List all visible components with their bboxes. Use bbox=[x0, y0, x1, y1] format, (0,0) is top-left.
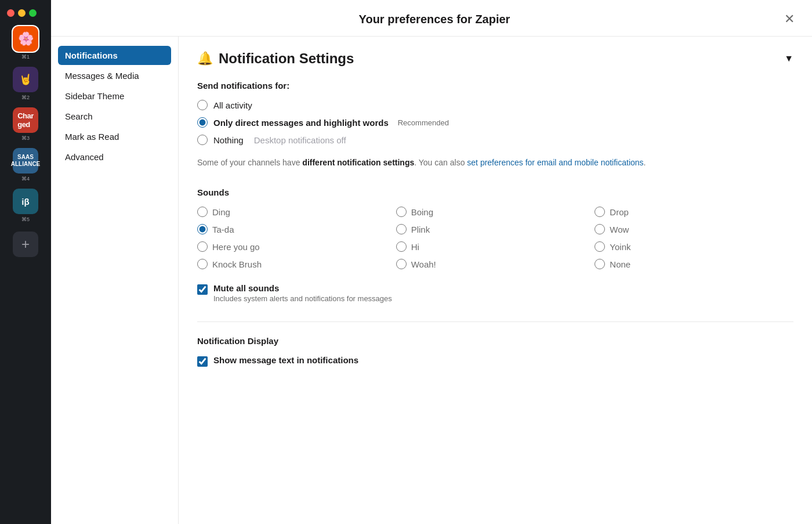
modal-header: Your preferences for Zapier ✕ bbox=[51, 0, 812, 37]
sound-tada-input[interactable] bbox=[197, 224, 208, 234]
modal-body: Notifications Messages & Media Sidebar T… bbox=[51, 37, 812, 524]
sounds-label: Sounds bbox=[197, 187, 793, 197]
mute-all-sounds-option[interactable]: Mute all sounds Includes system alerts a… bbox=[197, 283, 793, 303]
nav-item-mark-as-read[interactable]: Mark as Read bbox=[58, 127, 171, 146]
sound-ding[interactable]: Ding bbox=[197, 207, 396, 217]
sound-woah-label: Woah! bbox=[411, 259, 436, 269]
workspace-item-5: iβ ⌘5 bbox=[13, 189, 38, 227]
sound-drop-input[interactable] bbox=[594, 207, 605, 217]
sounds-grid: Ding Boing Drop Ta-da bbox=[197, 207, 793, 269]
sound-boing-input[interactable] bbox=[396, 207, 407, 217]
settings-content: 🔔 Notification Settings ▼ Send notificat… bbox=[179, 37, 812, 524]
info-text-end: . bbox=[644, 158, 646, 167]
workspace-icon-1[interactable]: 🌸 bbox=[13, 26, 38, 52]
traffic-lights bbox=[0, 5, 37, 24]
sound-drop-label: Drop bbox=[610, 207, 629, 217]
sound-plink-label: Plink bbox=[411, 225, 430, 234]
sound-wow-label: Wow bbox=[610, 225, 629, 234]
section-title: Notification Settings bbox=[219, 50, 778, 67]
notification-display-section: Notification Display Show message text i… bbox=[197, 336, 793, 367]
mute-all-sounds-sublabel: Includes system alerts and notifications… bbox=[213, 294, 392, 303]
sound-knock-brush[interactable]: Knock Brush bbox=[197, 259, 396, 269]
sound-none[interactable]: None bbox=[594, 259, 793, 269]
radio-all-activity[interactable]: All activity bbox=[197, 100, 793, 110]
workspace-icon-4[interactable]: SAASALLIANCE bbox=[13, 148, 38, 174]
nav-item-search[interactable]: Search bbox=[58, 107, 171, 126]
section-header: 🔔 Notification Settings ▼ bbox=[197, 50, 793, 67]
sound-here-you-go-label: Here you go bbox=[212, 242, 260, 252]
radio-direct-messages[interactable]: Only direct messages and highlight words… bbox=[197, 117, 793, 128]
sound-knock-brush-input[interactable] bbox=[197, 259, 208, 269]
add-workspace-button[interactable]: + bbox=[13, 232, 38, 257]
workspace-label-4: ⌘4 bbox=[21, 176, 30, 182]
sound-wow-input[interactable] bbox=[594, 224, 605, 234]
sound-plink[interactable]: Plink bbox=[396, 224, 595, 234]
sound-plink-input[interactable] bbox=[396, 224, 407, 234]
workspace-icon-5[interactable]: iβ bbox=[13, 189, 38, 214]
divider bbox=[197, 321, 793, 322]
show-message-text-checkbox[interactable] bbox=[197, 356, 208, 367]
nav-item-notifications[interactable]: Notifications bbox=[58, 46, 171, 65]
info-text: Some of your channels have different not… bbox=[197, 157, 793, 169]
sound-wow[interactable]: Wow bbox=[594, 224, 793, 234]
recommended-badge: Recommended bbox=[398, 118, 449, 127]
nav-item-advanced[interactable]: Advanced bbox=[58, 147, 171, 167]
traffic-light-green[interactable] bbox=[29, 9, 37, 17]
nav-item-messages-media[interactable]: Messages & Media bbox=[58, 66, 171, 85]
radio-direct-messages-input[interactable] bbox=[197, 117, 208, 128]
sound-woah[interactable]: Woah! bbox=[396, 259, 595, 269]
sound-knock-brush-label: Knock Brush bbox=[212, 259, 262, 269]
radio-all-activity-input[interactable] bbox=[197, 100, 208, 110]
workspace-item-1: 🌸 ⌘1 bbox=[13, 26, 38, 64]
workspace-icon-2[interactable]: 🤘 bbox=[13, 67, 38, 92]
preferences-modal: Your preferences for Zapier ✕ Notificati… bbox=[51, 0, 812, 524]
sound-none-label: None bbox=[610, 259, 630, 269]
modal-title: Your preferences for Zapier bbox=[86, 13, 783, 26]
mute-section: Mute all sounds Includes system alerts a… bbox=[197, 283, 793, 303]
close-button[interactable]: ✕ bbox=[783, 12, 796, 27]
info-text-mid: . You can also bbox=[414, 158, 467, 167]
traffic-light-yellow[interactable] bbox=[18, 9, 26, 17]
app-sidebar: 🌸 ⌘1 🤘 ⌘2 Charged ⌘3 SAASALLIANCE ⌘4 iβ … bbox=[0, 0, 51, 524]
workspace-label-1: ⌘1 bbox=[21, 54, 30, 60]
radio-nothing-input[interactable] bbox=[197, 135, 208, 145]
show-message-text-option[interactable]: Show message text in notifications bbox=[197, 355, 793, 367]
sound-here-you-go[interactable]: Here you go bbox=[197, 241, 396, 252]
sound-tada-label: Ta-da bbox=[212, 225, 234, 234]
sound-hi-label: Hi bbox=[411, 242, 419, 252]
radio-direct-messages-label: Only direct messages and highlight words bbox=[213, 118, 389, 128]
info-link[interactable]: set preferences for email and mobile not… bbox=[467, 158, 643, 167]
info-text-start: Some of your channels have bbox=[197, 158, 302, 167]
sound-yoink[interactable]: Yoink bbox=[594, 241, 793, 252]
radio-nothing[interactable]: Nothing Desktop notifications off bbox=[197, 135, 793, 145]
sound-ding-label: Ding bbox=[212, 207, 230, 217]
workspace-label-3: ⌘3 bbox=[21, 135, 30, 141]
sound-tada[interactable]: Ta-da bbox=[197, 224, 396, 234]
sound-yoink-label: Yoink bbox=[610, 242, 630, 252]
sound-none-input[interactable] bbox=[594, 259, 605, 269]
mute-all-sounds-checkbox[interactable] bbox=[197, 284, 208, 295]
workspace-icon-3[interactable]: Charged bbox=[13, 107, 38, 133]
workspace-label-5: ⌘5 bbox=[21, 216, 30, 222]
nav-item-sidebar-theme[interactable]: Sidebar Theme bbox=[58, 86, 171, 106]
show-message-text-label: Show message text in notifications bbox=[213, 355, 358, 365]
notification-display-title: Notification Display bbox=[197, 336, 793, 346]
settings-nav: Notifications Messages & Media Sidebar T… bbox=[51, 37, 179, 524]
radio-all-activity-label: All activity bbox=[213, 100, 252, 110]
sound-hi[interactable]: Hi bbox=[396, 241, 595, 252]
sound-woah-input[interactable] bbox=[396, 259, 407, 269]
sound-drop[interactable]: Drop bbox=[594, 207, 793, 217]
send-for-label: Send notifications for: bbox=[197, 81, 793, 91]
chevron-down-icon[interactable]: ▼ bbox=[784, 53, 793, 64]
notification-radio-group: All activity Only direct messages and hi… bbox=[197, 100, 793, 145]
sound-boing[interactable]: Boing bbox=[396, 207, 595, 217]
sound-here-you-go-input[interactable] bbox=[197, 241, 208, 252]
radio-nothing-label: Nothing bbox=[213, 135, 244, 145]
sound-yoink-input[interactable] bbox=[594, 241, 605, 252]
workspace-item-2: 🤘 ⌘2 bbox=[13, 67, 38, 105]
sound-hi-input[interactable] bbox=[396, 241, 407, 252]
traffic-light-red[interactable] bbox=[7, 9, 14, 17]
sound-ding-input[interactable] bbox=[197, 207, 208, 217]
sounds-section: Sounds Ding Boing Drop bbox=[197, 187, 793, 269]
info-text-bold: different notification settings bbox=[302, 158, 414, 167]
